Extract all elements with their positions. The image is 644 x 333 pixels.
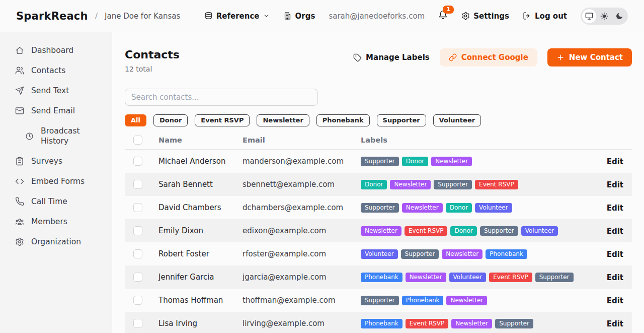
edit-contact-link[interactable]: Edit: [607, 273, 623, 282]
contact-labels: NewsletterEvent RSVPDonorSupporterVolunt…: [361, 226, 588, 236]
label-pill-event-rsvp: Event RSVP: [489, 273, 532, 282]
contact-email: lirving@example.com: [243, 319, 361, 328]
theme-dark-button[interactable]: [612, 9, 626, 23]
table-row: Jennifer Garciajgarcia@example.comPhoneb…: [125, 265, 632, 289]
label-pill-newsletter: Newsletter: [451, 319, 492, 328]
contact-labels: PhonebankEvent RSVPNewsletterSupporter: [361, 319, 588, 328]
contact-name: Jennifer Garcia: [158, 273, 243, 282]
label-pill-volunteer: Volunteer: [521, 226, 558, 236]
row-checkbox[interactable]: [133, 249, 142, 258]
column-header-email: Email: [243, 136, 361, 144]
label-pill-phonebank: Phonebank: [361, 319, 403, 328]
label-pill-newsletter: Newsletter: [361, 226, 401, 236]
row-checkbox[interactable]: [133, 180, 142, 189]
label-pill-supporter: Supporter: [434, 180, 472, 189]
sidebar-item-send-email[interactable]: Send Email: [0, 101, 112, 121]
row-checkbox[interactable]: [133, 157, 142, 166]
contact-name: Thomas Hoffman: [158, 296, 243, 305]
table-header-row: Name Email Labels: [125, 130, 632, 150]
search-input[interactable]: [125, 89, 318, 106]
send-icon: [15, 86, 24, 95]
contacts-table: Name Email Labels Michael Andersonmander…: [125, 130, 632, 333]
manage-labels-button[interactable]: Manage Labels: [353, 53, 430, 62]
label-pill-donor: Donor: [361, 180, 387, 189]
edit-contact-link[interactable]: Edit: [607, 157, 623, 166]
sidebar-item-call-time[interactable]: Call Time: [0, 191, 112, 212]
column-header-labels: Labels: [361, 136, 588, 144]
filter-chip-all[interactable]: All: [125, 114, 146, 126]
clock-icon: [25, 132, 34, 141]
edit-contact-link[interactable]: Edit: [607, 180, 623, 189]
contact-labels: PhonebankNewsletterVolunteerEvent RSVPSu…: [361, 273, 588, 282]
contact-email: edixon@example.com: [243, 226, 361, 235]
label-pill-supporter: Supporter: [535, 273, 574, 282]
sidebar-item-organization[interactable]: Organization: [0, 232, 112, 252]
filter-chip-event-rsvp[interactable]: Event RSVP: [195, 114, 250, 126]
new-contact-button[interactable]: New Contact: [547, 48, 632, 66]
sidebar-item-label: Contacts: [31, 66, 65, 75]
theme-light-button[interactable]: [597, 9, 611, 23]
sidebar-item-broadcast-history[interactable]: Broadcast History: [0, 121, 112, 151]
building-icon: [283, 12, 292, 20]
edit-contact-link[interactable]: Edit: [607, 227, 623, 236]
row-checkbox[interactable]: [133, 226, 142, 235]
row-checkbox[interactable]: [133, 273, 142, 282]
row-checkbox[interactable]: [133, 319, 142, 328]
select-all-checkbox[interactable]: [133, 136, 142, 145]
filter-chip-supporter[interactable]: Supporter: [377, 114, 426, 126]
label-pill-supporter: Supporter: [480, 226, 518, 236]
table-row: Robert Fosterrfoster@example.comVoluntee…: [125, 242, 632, 265]
sidebar-item-contacts[interactable]: Contacts: [0, 60, 112, 81]
contact-labels: SupporterDonorNewsletter: [361, 157, 588, 166]
contacts-count: 12 total: [125, 65, 180, 73]
label-pill-volunteer: Volunteer: [475, 203, 512, 213]
members-icon: [15, 217, 24, 226]
filter-chip-newsletter[interactable]: Newsletter: [257, 114, 309, 126]
filter-chip-volunteer[interactable]: Volunteer: [433, 114, 481, 126]
column-header-name: Name: [158, 136, 243, 144]
filter-chip-donor[interactable]: Donor: [153, 114, 188, 126]
edit-contact-link[interactable]: Edit: [607, 250, 623, 259]
row-checkbox[interactable]: [133, 203, 142, 212]
reference-dropdown[interactable]: Reference: [204, 12, 270, 21]
phone-icon: [15, 197, 24, 206]
label-pill-supporter: Supporter: [361, 203, 399, 213]
main-content: Contacts 12 total Manage Labels Connect …: [113, 32, 644, 333]
chevron-down-icon: [263, 13, 270, 19]
contact-name: Michael Anderson: [158, 157, 243, 166]
row-checkbox[interactable]: [133, 296, 142, 305]
filter-chip-phonebank[interactable]: Phonebank: [316, 114, 370, 126]
brand-logo[interactable]: SparkReach: [16, 10, 88, 22]
sidebar-item-dashboard[interactable]: Dashboard: [0, 40, 112, 60]
filter-chips: AllDonorEvent RSVPNewsletterPhonebankSup…: [125, 114, 632, 126]
theme-toggle: [581, 8, 628, 25]
label-pill-event-rsvp: Event RSVP: [406, 319, 449, 328]
logout-button[interactable]: Log out: [523, 12, 567, 21]
clipboard-icon: [15, 157, 24, 166]
edit-contact-link[interactable]: Edit: [607, 319, 623, 328]
label-pill-newsletter: Newsletter: [402, 203, 443, 213]
settings-button[interactable]: Settings: [461, 12, 509, 21]
sidebar-item-members[interactable]: Members: [0, 212, 112, 232]
contact-email: thoffman@example.com: [243, 296, 361, 305]
edit-contact-link[interactable]: Edit: [607, 204, 623, 213]
reference-label: Reference: [216, 12, 260, 21]
orgs-button[interactable]: Orgs: [283, 12, 315, 21]
sidebar-item-send-text[interactable]: Send Text: [0, 81, 112, 101]
sidebar-item-label: Send Text: [31, 86, 69, 95]
notifications-button[interactable]: 1: [438, 10, 448, 22]
sun-icon: [600, 12, 608, 20]
connect-google-button[interactable]: Connect Google: [440, 48, 537, 66]
label-pill-supporter: Supporter: [361, 157, 399, 166]
sidebar-item-surveys[interactable]: Surveys: [0, 151, 112, 171]
sidebar: Dashboard Contacts Send Text Send Email …: [0, 32, 112, 333]
theme-system-button[interactable]: [582, 9, 596, 23]
edit-contact-link[interactable]: Edit: [607, 296, 623, 305]
sidebar-item-label: Call Time: [31, 197, 67, 206]
gear-icon: [15, 237, 24, 246]
sidebar-item-embed-forms[interactable]: Embed Forms: [0, 171, 112, 191]
notification-badge: 1: [443, 6, 454, 14]
label-pill-newsletter: Newsletter: [442, 249, 482, 259]
label-pill-volunteer: Volunteer: [449, 273, 487, 282]
logout-icon: [523, 12, 531, 20]
